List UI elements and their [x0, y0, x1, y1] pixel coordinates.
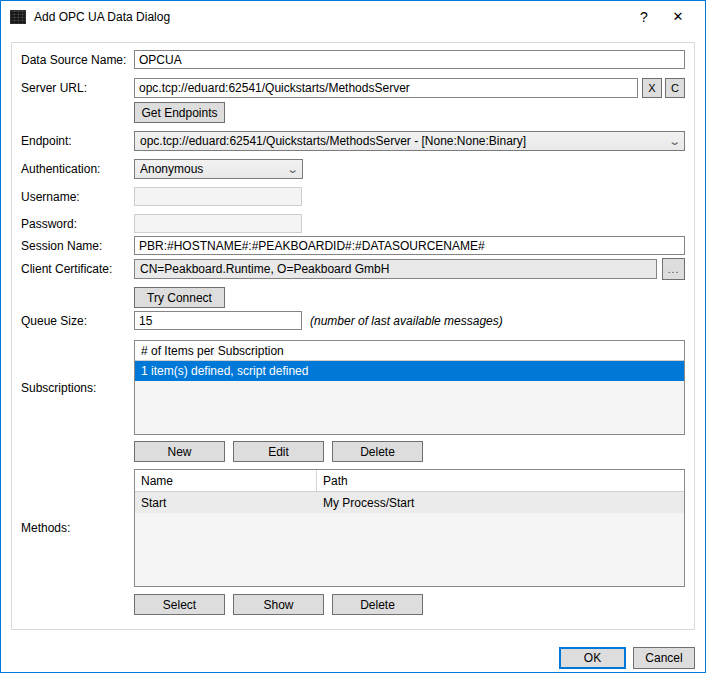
- form-groupbox: Data Source Name: Server URL: X C Get En…: [11, 42, 695, 630]
- client-certificate-row: Client Certificate: CN=Peakboard.Runtime…: [21, 258, 685, 280]
- password-field: [134, 214, 302, 233]
- session-name-input[interactable]: [134, 236, 685, 255]
- data-source-name-row: Data Source Name:: [21, 50, 685, 69]
- ok-button[interactable]: OK: [559, 647, 626, 669]
- method-path-cell: My Process/Start: [317, 496, 684, 510]
- password-label: Password:: [21, 217, 134, 231]
- authentication-select[interactable]: Anonymous ⌄: [134, 159, 303, 179]
- methods-show-button[interactable]: Show: [233, 594, 324, 615]
- methods-column-name[interactable]: Name: [135, 470, 317, 491]
- queue-size-row: Queue Size: (number of last available me…: [21, 311, 685, 330]
- client-certificate-value: CN=Peakboard.Runtime, O=Peakboard GmbH: [134, 259, 657, 279]
- subscription-list-item[interactable]: 1 item(s) defined, script defined: [135, 361, 684, 381]
- endpoint-label: Endpoint:: [21, 134, 134, 148]
- cancel-button[interactable]: Cancel: [633, 647, 695, 669]
- subscriptions-row: Subscriptions: # of Items per Subscripti…: [21, 340, 685, 435]
- help-button[interactable]: ?: [627, 1, 661, 32]
- authentication-row: Authentication: Anonymous ⌄: [21, 159, 685, 179]
- methods-delete-button[interactable]: Delete: [332, 594, 423, 615]
- add-opcua-data-dialog: Add OPC UA Data Dialog ? ✕ Data Source N…: [0, 0, 706, 673]
- get-endpoints-button[interactable]: Get Endpoints: [134, 102, 225, 123]
- method-list-item[interactable]: Start My Process/Start: [135, 492, 684, 513]
- subscriptions-column-header[interactable]: # of Items per Subscription: [135, 341, 684, 361]
- server-url-copy-button[interactable]: C: [665, 78, 685, 98]
- username-row: Username:: [21, 187, 685, 206]
- methods-column-headers: Name Path: [135, 470, 684, 492]
- subscriptions-edit-button[interactable]: Edit: [233, 441, 324, 462]
- footer: OK Cancel: [1, 640, 705, 669]
- server-url-row: Server URL: X C: [21, 78, 685, 98]
- chevron-down-icon: ⌄: [286, 164, 299, 174]
- username-field: [134, 187, 302, 206]
- methods-label: Methods:: [21, 521, 134, 535]
- methods-list: Name Path Start My Process/Start: [134, 469, 685, 587]
- chevron-down-icon: ⌄: [668, 136, 681, 146]
- subscriptions-delete-button[interactable]: Delete: [332, 441, 423, 462]
- try-connect-row: Try Connect: [21, 287, 685, 308]
- server-url-label: Server URL:: [21, 81, 134, 95]
- subscriptions-label: Subscriptions:: [21, 381, 134, 395]
- endpoint-select[interactable]: opc.tcp://eduard:62541/Quickstarts/Metho…: [134, 131, 685, 151]
- client-certificate-browse-button[interactable]: ...: [662, 258, 685, 280]
- data-source-name-input[interactable]: [134, 50, 685, 69]
- methods-select-button[interactable]: Select: [134, 594, 225, 615]
- data-source-name-label: Data Source Name:: [21, 53, 134, 67]
- endpoint-row: Endpoint: opc.tcp://eduard:62541/Quickst…: [21, 131, 685, 151]
- methods-row: Methods: Name Path Start My Process/Star…: [21, 469, 685, 587]
- session-name-label: Session Name:: [21, 239, 134, 253]
- subscriptions-new-button[interactable]: New: [134, 441, 225, 462]
- queue-size-hint: (number of last available messages): [310, 314, 503, 328]
- method-name-cell: Start: [135, 496, 317, 510]
- app-icon: [10, 10, 26, 24]
- window-title: Add OPC UA Data Dialog: [34, 10, 170, 24]
- subscriptions-buttons: New Edit Delete: [134, 441, 685, 462]
- authentication-selected-value: Anonymous: [140, 162, 284, 176]
- authentication-label: Authentication:: [21, 162, 134, 176]
- queue-size-input[interactable]: [134, 311, 302, 330]
- methods-buttons: Select Show Delete: [134, 594, 685, 615]
- get-endpoints-row: Get Endpoints: [21, 102, 685, 123]
- server-url-input[interactable]: [134, 78, 638, 98]
- titlebar: Add OPC UA Data Dialog ? ✕: [1, 1, 705, 32]
- queue-size-label: Queue Size:: [21, 314, 134, 328]
- endpoint-selected-value: opc.tcp://eduard:62541/Quickstarts/Metho…: [140, 134, 666, 148]
- try-connect-button[interactable]: Try Connect: [134, 287, 225, 308]
- server-url-clear-button[interactable]: X: [642, 78, 662, 98]
- close-icon[interactable]: ✕: [661, 1, 695, 32]
- client-certificate-label: Client Certificate:: [21, 262, 134, 276]
- subscriptions-list: # of Items per Subscription 1 item(s) de…: [134, 340, 685, 435]
- password-row: Password:: [21, 214, 685, 233]
- session-name-row: Session Name:: [21, 236, 685, 255]
- methods-column-path[interactable]: Path: [317, 470, 684, 491]
- username-label: Username:: [21, 190, 134, 204]
